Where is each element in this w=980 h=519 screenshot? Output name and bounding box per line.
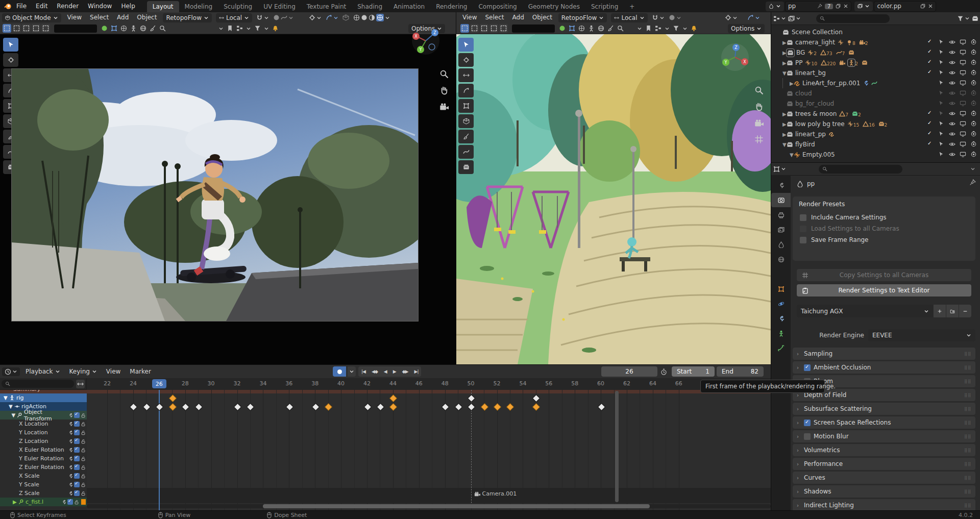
object-menu[interactable]: Object xyxy=(530,12,554,23)
keyframe-rigAction-42[interactable] xyxy=(363,403,372,411)
keyframe-rigAction-44[interactable] xyxy=(389,403,398,411)
keyframe-rigAction-52[interactable] xyxy=(494,403,502,411)
lock-open-icon[interactable] xyxy=(81,465,86,470)
drag-dots-icon[interactable]: ⣿⣿ xyxy=(964,352,971,356)
properties-tab-physics[interactable] xyxy=(771,296,791,311)
modifier-icon[interactable] xyxy=(68,491,73,496)
preset-option-include-camera-settings[interactable]: Include Camera Settings xyxy=(793,212,975,223)
properties-tab-grease-pencil[interactable] xyxy=(771,356,791,370)
workspace-tab-scripting[interactable]: Scripting xyxy=(585,1,624,12)
select-menu[interactable]: Select xyxy=(88,12,111,23)
properties-tab-scene[interactable] xyxy=(771,237,791,252)
modifier-icon[interactable] xyxy=(68,456,73,461)
outliner-row-lineart-for-pp-001[interactable]: ▶LineArt_for_pp.001 xyxy=(771,78,980,88)
channel-enable-checkbox[interactable] xyxy=(74,412,80,418)
cursor-tool[interactable] xyxy=(3,53,18,67)
channel-object-transform[interactable]: ▼Object Transform xyxy=(0,411,87,419)
workspace-tab-modeling[interactable]: Modeling xyxy=(179,1,218,12)
person-tool-icon[interactable] xyxy=(130,25,137,32)
channel-c-fist-l[interactable]: ▶c_fist.l xyxy=(0,498,87,506)
view-layer-browse-button[interactable] xyxy=(854,2,873,11)
hide-viewport-icon[interactable] xyxy=(949,120,955,127)
workspace-tab-rendering[interactable]: Rendering xyxy=(430,1,473,12)
xray-toggle[interactable] xyxy=(342,14,349,21)
channel-enable-checkbox[interactable] xyxy=(74,464,80,470)
expander-icon[interactable]: ▼ xyxy=(790,152,794,158)
tool-text-field[interactable] xyxy=(512,24,555,33)
lock-open-icon[interactable] xyxy=(81,430,86,435)
shading-wireframe-icon[interactable] xyxy=(353,14,360,21)
tree-view-icon[interactable] xyxy=(236,25,243,32)
selectable-toggle-icon[interactable] xyxy=(939,70,944,75)
timeline-ruler[interactable]: 2224283032343638404244464850525456586062… xyxy=(87,378,771,390)
disable-render-icon[interactable] xyxy=(970,69,977,76)
view-menu[interactable]: View xyxy=(460,12,479,23)
add-cube-tool[interactable] xyxy=(458,160,474,174)
outliner-row-empty-005[interactable]: ▼Empty.005 xyxy=(771,150,980,160)
annotate-tool[interactable] xyxy=(458,130,474,143)
selectable-toggle-icon[interactable] xyxy=(939,80,944,85)
channel-enable-checkbox[interactable] xyxy=(74,456,80,461)
outliner-row-bg-for-cloud[interactable]: bg_for_cloud xyxy=(771,98,980,109)
hide-viewport-icon[interactable] xyxy=(949,90,955,96)
keyframe-rigAction-33[interactable] xyxy=(247,403,255,411)
selectable-toggle-icon[interactable] xyxy=(939,131,944,136)
keyframe-rigAction-28[interactable] xyxy=(182,403,190,411)
keyframe-rig-50[interactable] xyxy=(468,394,476,402)
show-gizmo-dropdown[interactable] xyxy=(309,14,322,21)
section-motion-blur[interactable]: ›Motion Blur⣿⣿ xyxy=(793,430,975,442)
channel-enable-checkbox[interactable] xyxy=(74,473,80,479)
add-menu[interactable]: Add xyxy=(115,12,131,23)
channel-enable-checkbox[interactable] xyxy=(74,421,80,427)
editor-type-dropdown[interactable] xyxy=(773,166,786,172)
person-tool-icon[interactable] xyxy=(588,25,595,32)
properties-tab-output[interactable] xyxy=(771,208,791,222)
drag-dots-icon[interactable]: ⣿⣿ xyxy=(964,434,971,439)
panel-title[interactable]: Render Presets xyxy=(793,196,975,212)
workspace-tab-animation[interactable]: Animation xyxy=(388,1,430,12)
expander-icon[interactable]: ▶ xyxy=(782,132,787,137)
keyframe-rigAction-25[interactable] xyxy=(143,403,151,411)
disable-render-icon[interactable] xyxy=(970,39,977,45)
expander-icon[interactable]: › xyxy=(797,420,801,426)
modifier-icon[interactable] xyxy=(61,500,66,505)
timeline-menu-keying[interactable]: Keying xyxy=(65,365,102,378)
section-indirect-lighting[interactable]: ›Indirect Lighting⣿⣿ xyxy=(793,499,975,511)
disable-render-icon[interactable] xyxy=(970,59,977,66)
channel-enable-checkbox[interactable] xyxy=(74,490,80,496)
keyframe-rigAction-51[interactable] xyxy=(480,403,488,411)
drag-dots-icon[interactable]: ⣿⣿ xyxy=(964,503,971,508)
disable-viewport-icon[interactable] xyxy=(960,59,966,66)
section-screen-space-reflections[interactable]: ›Screen Space Reflections⣿⣿ xyxy=(793,416,975,429)
channel-rig[interactable]: ▼rig xyxy=(0,393,87,402)
properties-tab-bone[interactable] xyxy=(771,341,791,355)
import-preset-button[interactable] xyxy=(946,305,959,317)
keyframe-rigAction-60[interactable] xyxy=(597,403,605,411)
properties-tab-tool[interactable] xyxy=(771,178,791,192)
modifier-icon[interactable] xyxy=(68,482,73,487)
start-frame-field[interactable]: Start 1 xyxy=(672,366,715,377)
lock-open-icon[interactable] xyxy=(81,439,86,444)
globe-tool-icon[interactable] xyxy=(598,25,604,32)
hide-viewport-icon[interactable] xyxy=(949,100,955,107)
outliner-row-lineart-bg[interactable]: ▼lineart_bg xyxy=(771,68,980,78)
selectable-toggle-icon[interactable] xyxy=(939,121,944,126)
expander-icon[interactable]: ▼ xyxy=(9,404,13,409)
keyframe-rigAction-24[interactable] xyxy=(130,403,138,411)
modifier-icon[interactable] xyxy=(68,448,73,453)
v-scrollbar[interactable] xyxy=(615,391,619,502)
workspace-tab-uv-editing[interactable]: UV Editing xyxy=(258,1,301,12)
copy-settings-button[interactable]: Copy Settings to all Cameras xyxy=(797,269,971,281)
modifier-icon[interactable] xyxy=(68,430,73,435)
display-mode-dropdown[interactable] xyxy=(788,15,801,22)
select-invert-button[interactable] xyxy=(32,24,40,33)
disable-viewport-icon[interactable] xyxy=(960,80,966,86)
preset-dropdown[interactable]: Taichung AGX xyxy=(797,305,933,317)
remove-view-layer-icon[interactable] xyxy=(928,4,933,9)
disable-viewport-icon[interactable] xyxy=(960,49,966,56)
grid-ortho-icon[interactable] xyxy=(754,135,764,144)
object-menu[interactable]: Object xyxy=(135,12,159,23)
checkbox[interactable] xyxy=(800,214,806,221)
channel-z-euler-rotation[interactable]: Z Euler Rotation xyxy=(0,463,87,472)
channel-y-scale[interactable]: Y Scale xyxy=(0,480,87,489)
